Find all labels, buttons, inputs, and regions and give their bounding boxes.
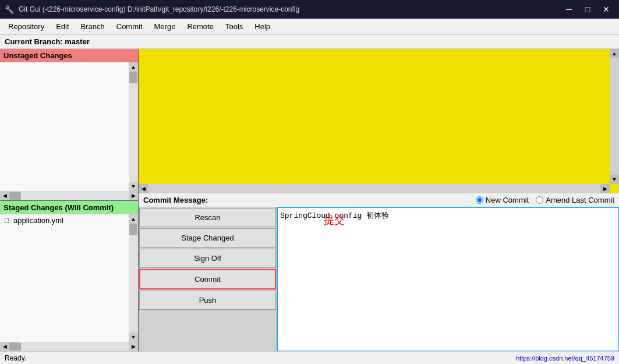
action-buttons: Rescan Stage Changed Sign Off Commit Pus… xyxy=(139,207,277,352)
diff-scroll-h-track xyxy=(148,184,600,193)
staged-file-item[interactable]: 🗋 application.yml xyxy=(0,214,129,227)
status-text: Ready. xyxy=(5,354,26,362)
menu-tools[interactable]: Tools xyxy=(220,20,249,33)
sign-off-button[interactable]: Sign Off xyxy=(139,249,276,268)
commit-radio-group: New Commit Amend Last Commit xyxy=(476,196,614,204)
app-window: 🔧 Git Gui (-t226-microservice-config) D:… xyxy=(0,0,619,364)
staged-scroll-right[interactable]: ▶ xyxy=(129,342,138,351)
menu-bar: Repository Edit Branch Commit Merge Remo… xyxy=(0,19,619,35)
diff-scroll-left[interactable]: ◀ xyxy=(139,184,148,193)
menu-repository[interactable]: Repository xyxy=(2,20,50,33)
diff-scrollbar-v[interactable]: ▲ ▼ xyxy=(610,49,619,184)
unstaged-scrollbar-h[interactable]: ◀ ▶ xyxy=(0,191,138,200)
commit-message-label: Commit Message: xyxy=(143,196,208,204)
minimize-button[interactable]: ─ xyxy=(561,2,577,16)
close-button[interactable]: ✕ xyxy=(598,2,614,16)
menu-edit[interactable]: Edit xyxy=(50,20,75,33)
unstaged-header: Unstaged Changes xyxy=(0,49,138,62)
unstaged-scroll-handle[interactable] xyxy=(129,72,137,83)
rescan-button[interactable]: Rescan xyxy=(139,208,276,227)
amend-commit-radio[interactable] xyxy=(536,196,543,204)
amend-commit-label: Amend Last Commit xyxy=(546,196,614,204)
diff-content xyxy=(139,49,619,193)
left-panel: Unstaged Changes ▲ ▼ ◀ xyxy=(0,49,139,351)
unstaged-scroll-down[interactable]: ▼ xyxy=(129,182,138,191)
staged-scroll-track xyxy=(129,224,138,333)
staged-scroll-down[interactable]: ▼ xyxy=(129,333,138,342)
staged-scroll-left[interactable]: ◀ xyxy=(0,342,9,351)
staged-scroll-h-track xyxy=(9,342,129,351)
unstaged-scrollbar-v[interactable]: ▲ ▼ xyxy=(129,62,138,191)
commit-message-bar: Commit Message: New Commit Amend Last Co… xyxy=(139,193,619,207)
unstaged-file-list xyxy=(0,62,129,191)
staged-scrollbar-v[interactable]: ▲ ▼ xyxy=(129,214,138,342)
stage-changed-button[interactable]: Stage Changed xyxy=(139,228,276,248)
window-controls: ─ □ ✕ xyxy=(561,2,614,16)
new-commit-radio[interactable] xyxy=(476,196,483,204)
unstaged-scroll-up[interactable]: ▲ xyxy=(129,62,138,72)
diff-scroll-track xyxy=(610,58,619,175)
branch-label: Current Branch: master xyxy=(5,37,90,46)
unstaged-scroll-h-track xyxy=(9,191,129,200)
commit-textarea[interactable] xyxy=(277,207,619,352)
unstaged-section: Unstaged Changes ▲ ▼ ◀ xyxy=(0,49,138,200)
menu-merge[interactable]: Merge xyxy=(148,20,182,33)
bottom-content: Rescan Stage Changed Sign Off Commit Pus… xyxy=(139,207,619,352)
staged-scroll-up[interactable]: ▲ xyxy=(129,214,138,224)
menu-commit[interactable]: Commit xyxy=(111,20,148,33)
staged-file-name: application.yml xyxy=(13,216,63,225)
menu-branch[interactable]: Branch xyxy=(75,20,111,33)
menu-remote[interactable]: Remote xyxy=(181,20,220,33)
staged-scrollbar-h[interactable]: ◀ ▶ xyxy=(0,342,138,351)
unstaged-scroll-track xyxy=(129,72,138,182)
staged-file-list: 🗋 application.yml xyxy=(0,214,129,342)
title-bar: 🔧 Git Gui (-t226-microservice-config) D:… xyxy=(0,0,619,19)
title-text: Git Gui (-t226-microservice-config) D:/i… xyxy=(19,5,556,13)
right-panel: ▲ ▼ ◀ ▶ Commit Message: New Commit xyxy=(139,49,619,351)
staged-header: Staged Changes (Will Commit) xyxy=(0,200,138,214)
diff-scroll-down[interactable]: ▼ xyxy=(610,175,619,184)
diff-scroll-up[interactable]: ▲ xyxy=(610,49,619,58)
app-icon: 🔧 xyxy=(5,5,14,14)
maximize-button[interactable]: □ xyxy=(579,2,596,16)
diff-scrollbar-h[interactable]: ◀ ▶ xyxy=(139,184,610,193)
diff-area: ▲ ▼ ◀ ▶ xyxy=(139,49,619,193)
status-bar: Ready. https://blog.csdn.net/qq_45174759 xyxy=(0,351,619,364)
new-commit-option[interactable]: New Commit xyxy=(476,196,529,204)
menu-help[interactable]: Help xyxy=(249,20,276,33)
diff-scroll-right[interactable]: ▶ xyxy=(600,184,610,193)
staged-section: Staged Changes (Will Commit) 🗋 applicati… xyxy=(0,200,138,352)
staged-scroll-h-handle[interactable] xyxy=(9,342,21,351)
file-icon: 🗋 xyxy=(3,216,11,225)
status-url: https://blog.csdn.net/qq_45174759 xyxy=(516,355,614,362)
new-commit-label: New Commit xyxy=(486,196,529,204)
commit-text-area-wrapper: 提交 xyxy=(277,207,619,352)
unstaged-scroll-right[interactable]: ▶ xyxy=(129,191,138,200)
branch-bar: Current Branch: master xyxy=(0,35,619,49)
staged-scroll-handle[interactable] xyxy=(129,224,137,235)
workspace: Unstaged Changes ▲ ▼ ◀ xyxy=(0,49,619,351)
push-button[interactable]: Push xyxy=(139,291,276,310)
commit-button[interactable]: Commit xyxy=(139,269,276,289)
unstaged-scroll-h-handle[interactable] xyxy=(9,192,21,200)
unstaged-scroll-left[interactable]: ◀ xyxy=(0,191,9,200)
amend-commit-option[interactable]: Amend Last Commit xyxy=(536,196,614,204)
